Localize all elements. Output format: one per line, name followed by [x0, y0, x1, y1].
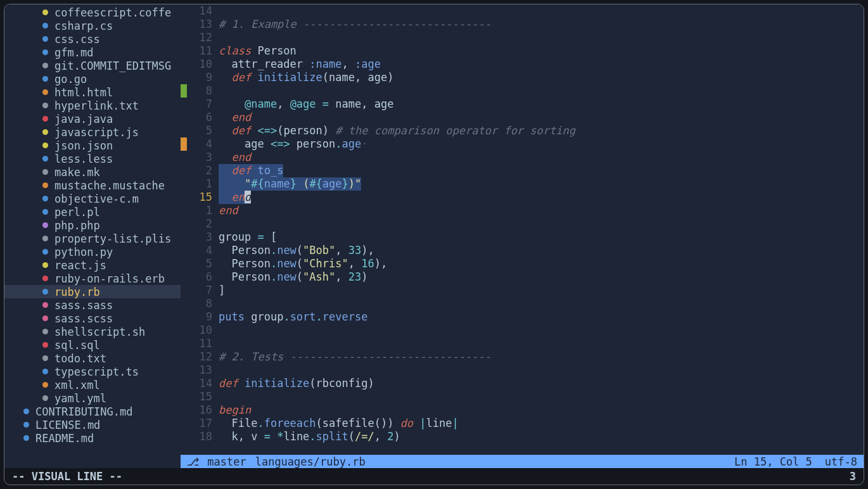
code-line[interactable]: 16begin	[181, 403, 864, 417]
file-tree-item[interactable]: LICENSE.md	[4, 418, 181, 431]
line-number: 11	[187, 337, 219, 350]
gutter-mark	[181, 31, 187, 44]
file-encoding[interactable]: utf-8	[825, 455, 857, 468]
file-tree-item[interactable]: README.md	[4, 431, 181, 445]
file-tree-item[interactable]: java.java	[4, 112, 181, 125]
file-path[interactable]: languages/ruby.rb	[255, 455, 366, 468]
code-line[interactable]: 11class Person	[181, 44, 864, 58]
code-line[interactable]: 6 Person.new("Ash", 23)	[181, 270, 864, 284]
file-tree-item[interactable]: hyperlink.txt	[4, 99, 181, 112]
file-tree-item[interactable]: php.php	[4, 219, 181, 232]
command-bar[interactable]: -- VISUAL LINE -- 3	[4, 468, 864, 485]
file-tree-item[interactable]: ruby.rb	[4, 285, 181, 298]
code-content: end	[219, 204, 238, 217]
code-line[interactable]: 3group = [	[181, 231, 864, 244]
code-line[interactable]: 1 "#{name} (#{age})"	[181, 177, 864, 191]
code-line[interactable]: 12# 2. Tests ---------------------------…	[181, 350, 864, 364]
file-tree-item[interactable]: sass.scss	[4, 312, 181, 325]
file-tree-item[interactable]: perl.pl	[4, 205, 181, 219]
file-tree-sidebar[interactable]: coffeescript.coffecsharp.cscss.cssgfm.md…	[4, 4, 181, 468]
file-name: ruby-on-rails.erb	[54, 272, 165, 285]
file-tree-item[interactable]: go.go	[4, 72, 181, 86]
status-bar: ⎇ master languages/ruby.rb Ln 15, Col 5 …	[181, 455, 864, 468]
code-content: Person.new("Bob", 33),	[219, 244, 374, 257]
code-line[interactable]: 13# 1. Example -------------------------…	[181, 18, 864, 31]
file-tree-item[interactable]: git.COMMIT_EDITMSG	[4, 59, 181, 72]
code-line[interactable]: 2	[181, 217, 864, 231]
cursor-position[interactable]: Ln 15, Col 5	[734, 455, 812, 468]
gutter-mark	[181, 403, 187, 417]
code-line[interactable]: 10	[181, 324, 864, 337]
file-tree-item[interactable]: html.html	[4, 86, 181, 99]
code-line[interactable]: 5 Person.new("Chris", 16),	[181, 257, 864, 270]
file-tree-item[interactable]: shellscript.sh	[4, 325, 181, 338]
gutter-mark	[181, 137, 187, 151]
file-tree-item[interactable]: css.css	[4, 32, 181, 46]
code-line[interactable]: 7 @name, @age = name, age	[181, 98, 864, 111]
file-tree-item[interactable]: xml.xml	[4, 378, 181, 391]
file-tree-item[interactable]: sql.sql	[4, 338, 181, 352]
file-tree-item[interactable]: ruby-on-rails.erb	[4, 272, 181, 285]
code-area[interactable]: 1413# 1. Example -----------------------…	[181, 4, 864, 455]
file-tree-item[interactable]: objective-c.m	[4, 192, 181, 205]
code-content: puts group.sort.reverse	[219, 310, 367, 324]
file-tree-item[interactable]: mustache.mustache	[4, 179, 181, 192]
file-tree-item[interactable]: yaml.yml	[4, 391, 181, 405]
code-line[interactable]: 5 def <=>(person) # the comparison opera…	[181, 124, 864, 137]
file-type-icon	[42, 10, 48, 15]
code-line[interactable]: 15	[181, 390, 864, 403]
code-line[interactable]: 8	[181, 297, 864, 310]
line-number: 13	[187, 18, 219, 31]
file-tree-item[interactable]: react.js	[4, 258, 181, 272]
file-tree-item[interactable]: todo.txt	[4, 352, 181, 365]
file-type-icon	[42, 23, 48, 29]
code-line[interactable]: 3 end	[181, 151, 864, 164]
file-name: xml.xml	[54, 379, 100, 391]
code-line[interactable]: 4 age <=> person.age·	[181, 137, 864, 151]
code-line[interactable]: 1end	[181, 204, 864, 217]
file-name: less.less	[54, 153, 113, 165]
code-line[interactable]: 14	[181, 4, 864, 18]
file-name: java.java	[54, 113, 113, 125]
code-line[interactable]: 10 attr_reader :name, :age	[181, 58, 864, 71]
file-tree-item[interactable]: typescript.ts	[4, 365, 181, 378]
file-tree-item[interactable]: json.json	[4, 139, 181, 152]
code-line[interactable]: 7]	[181, 284, 864, 297]
file-type-icon	[42, 369, 48, 374]
code-line[interactable]: 8	[181, 84, 864, 98]
file-type-icon	[42, 169, 48, 175]
code-line[interactable]: 17 File.foreeach(safefile()) do |line|	[181, 417, 864, 430]
line-number: 10	[187, 324, 219, 337]
file-type-icon	[42, 395, 48, 401]
file-name: ruby.rb	[54, 286, 100, 298]
code-line[interactable]: 12	[181, 31, 864, 44]
code-line[interactable]: 4 Person.new("Bob", 33),	[181, 244, 864, 257]
gutter-mark	[181, 191, 187, 204]
code-line[interactable]: 2 def to_s	[181, 164, 864, 177]
code-line[interactable]: 14def initialize(rbconfig)	[181, 377, 864, 390]
file-tree-item[interactable]: python.py	[4, 245, 181, 258]
code-line[interactable]: 13	[181, 364, 864, 377]
code-line[interactable]: 9 def initialize(name, age)	[181, 71, 864, 84]
code-line[interactable]: 6 end	[181, 111, 864, 124]
code-content: k, v = *line.split(/=/, 2)	[219, 430, 400, 443]
code-line[interactable]: 11	[181, 337, 864, 350]
file-tree-item[interactable]: CONTRIBUTING.md	[4, 405, 181, 418]
code-content: # 2. Tests -----------------------------…	[219, 350, 491, 364]
git-branch-indicator[interactable]: ⎇ master	[187, 455, 246, 468]
file-tree-item[interactable]: javascript.js	[4, 125, 181, 139]
line-number: 7	[187, 98, 219, 111]
code-line[interactable]: 9puts group.sort.reverse	[181, 310, 864, 324]
file-tree-item[interactable]: property-list.plis	[4, 232, 181, 245]
code-content: Person.new("Ash", 23)	[219, 270, 368, 284]
file-name: README.md	[35, 432, 94, 445]
file-tree-item[interactable]: coffeescript.coffe	[4, 6, 181, 19]
file-type-icon	[42, 329, 48, 334]
file-tree-item[interactable]: less.less	[4, 152, 181, 165]
file-tree-item[interactable]: csharp.cs	[4, 19, 181, 32]
file-tree-item[interactable]: sass.sass	[4, 298, 181, 312]
code-line[interactable]: 15 end	[181, 191, 864, 204]
file-tree-item[interactable]: gfm.md	[4, 46, 181, 59]
file-tree-item[interactable]: make.mk	[4, 165, 181, 179]
code-line[interactable]: 18 k, v = *line.split(/=/, 2)	[181, 430, 864, 443]
